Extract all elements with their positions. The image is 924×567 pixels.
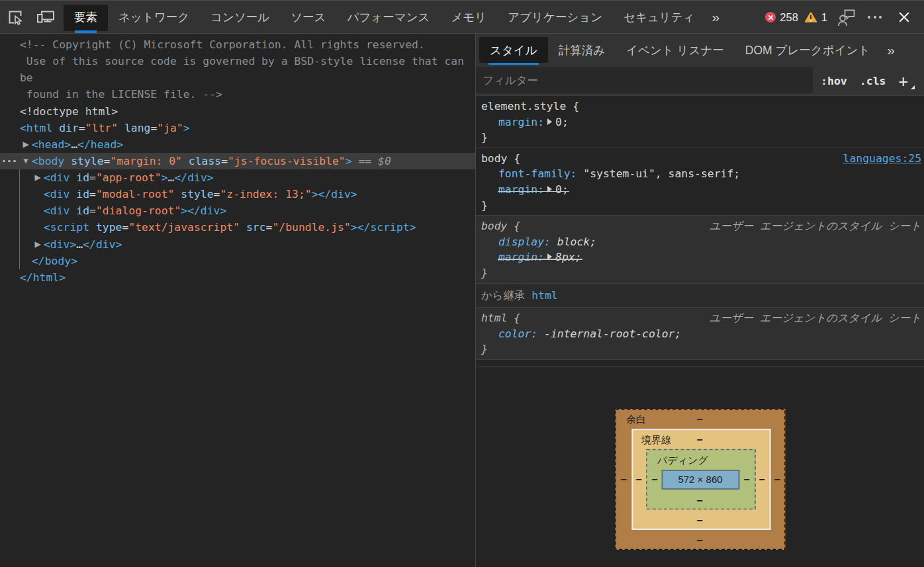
sidebar-more-tabs-button[interactable]: » [880,34,901,67]
token-tag: </div> [174,171,213,184]
sidebar-tab-3[interactable]: イベント リスナー [616,34,735,67]
tree-row[interactable]: <script type="text/javascript" src="/bun… [0,219,475,236]
css-property-value[interactable]: 0; [555,116,569,128]
css-property-value[interactable]: 8px; [555,251,581,263]
new-style-rule-button[interactable]: + [899,72,912,91]
tree-row[interactable]: ▶<head>…</head> [0,136,475,153]
panel-tab-2[interactable]: ネットワーク [108,1,200,34]
margin-right-value[interactable]: − [774,474,780,486]
css-property-value[interactable]: 0; [555,183,569,196]
warning-badge-icon[interactable] [804,12,817,23]
rule-close-brace: } [481,265,921,281]
sidebar-tab-strip: スタイル計算済みイベント リスナーDOM ブレークポイント» [476,34,924,67]
css-property[interactable]: font-family: "system-ui", sans-serif; [481,166,921,182]
rule-selector[interactable]: html { [481,310,520,326]
margin-bottom-value[interactable]: − [696,535,702,546]
row-actions-icon[interactable] [3,153,19,169]
stylesheet-link[interactable]: languages:25 [843,152,921,165]
shorthand-expander-icon[interactable] [547,118,552,125]
css-property-value[interactable]: -internal-root-color; [544,327,681,340]
padding-left-value[interactable]: − [651,474,657,486]
box-model-diagram: 572 × 860 余白 境界線 パディング − − − − − − − − −… [615,409,785,550]
tree-row[interactable]: <html dir="ltr" lang="ja"> [0,120,475,136]
token-val: "js-focus-visible" [228,155,346,167]
css-property-name[interactable]: font-family: [498,167,577,180]
more-options-icon[interactable] [868,16,882,19]
sidebar-tab-2[interactable]: 計算済み [548,34,616,67]
css-property[interactable]: margin:8px; [481,249,921,265]
border-left-value[interactable]: − [635,474,641,486]
expander-closed-icon[interactable]: ▶ [33,169,42,186]
rule-selector[interactable]: element.style { [481,99,579,114]
shorthand-expander-icon[interactable] [547,186,552,193]
warning-count[interactable]: 1 [821,11,827,24]
css-property-name[interactable]: margin: [498,116,544,128]
css-property-name[interactable]: color: [498,327,537,340]
styles-filter-input[interactable] [476,67,813,93]
panel-tab-6[interactable]: メモリ [441,1,498,34]
token-tag: <script [44,221,89,234]
content-size-label[interactable]: 572 × 860 [678,474,722,485]
tree-row[interactable]: ▶<div>…</div> [0,236,475,253]
tree-row[interactable]: <!doctype html> [0,103,475,120]
margin-top-value[interactable]: − [696,414,702,425]
sidebar-tab-1[interactable]: スタイル [479,34,548,67]
expander-open-icon[interactable]: ▼ [21,153,30,169]
css-property[interactable]: color: -internal-root-color; [481,326,921,342]
inherited-node-link[interactable]: html [531,289,557,302]
panel-tab-3[interactable]: コンソール [200,1,280,34]
token-txt: = [89,171,96,184]
border-bottom-value[interactable]: − [696,515,702,527]
element-classes-button[interactable]: .cls [860,75,886,87]
panel-tab-1[interactable]: 要素 [64,1,108,34]
css-property[interactable]: margin:0; [481,114,921,130]
close-devtools-icon[interactable] [899,12,909,22]
padding-right-value[interactable]: − [743,474,749,486]
token-txt: = [122,221,128,234]
error-badge-icon[interactable] [765,12,776,22]
border-top-value[interactable]: − [696,434,702,446]
token-val: "dialog-root" [96,204,181,217]
padding-bottom-value[interactable]: − [696,495,702,507]
css-property-value[interactable]: "system-ui", sans-serif; [583,167,740,180]
tree-row[interactable]: <div id="modal-root" style="z-index: 13;… [0,186,475,202]
border-right-value[interactable]: − [759,474,764,486]
feedback-icon[interactable] [838,9,855,26]
shorthand-expander-icon[interactable] [547,253,552,260]
expander-closed-icon[interactable]: ▶ [33,236,42,253]
inspect-element-icon[interactable] [4,4,26,30]
margin-left-value[interactable]: − [620,474,626,486]
css-property-name[interactable]: margin: [498,251,544,263]
rule-selector[interactable]: body { [481,218,520,234]
panel-tab-7[interactable]: アプリケーション [497,1,613,34]
box-model-content[interactable]: 572 × 860 [661,470,739,490]
css-property-value[interactable]: block; [557,236,596,248]
css-property-name[interactable]: margin: [498,183,544,196]
rule-selector[interactable]: body { [481,151,520,167]
panel-tab-4[interactable]: ソース [280,1,336,34]
tree-row[interactable]: </html> [0,269,475,286]
tree-row[interactable]: Use of this source code is governed by a… [0,53,475,69]
more-tabs-button[interactable]: » [706,9,727,25]
tree-row[interactable]: ▶<div id="app-root">…</div> [0,169,475,186]
tree-row[interactable]: <div id="dialog-root"></div> [0,202,475,219]
expander-closed-icon[interactable]: ▶ [21,136,30,153]
panel-tab-5[interactable]: パフォーマンス [337,1,441,34]
tree-row-selected[interactable]: ▼<body style="margin: 0" class="js-focus… [0,153,475,169]
property-name-text: color [498,327,531,340]
origin-label: ユーザー エージェントのスタイル シート [710,312,921,324]
panel-tab-8[interactable]: セキュリティ [613,1,705,34]
css-property-name[interactable]: display: [498,236,551,248]
token-tag: ></script> [351,221,416,234]
css-property[interactable]: margin:0; [481,182,921,198]
css-property[interactable]: display: block; [481,234,921,250]
tree-row[interactable]: be [0,69,475,86]
toggle-element-state-button[interactable]: :hov [821,75,847,87]
tree-row[interactable]: found in the LICENSE file. --> [0,86,475,103]
device-toolbar-icon[interactable] [34,4,57,30]
property-text: margin:0; [498,116,569,128]
sidebar-tab-4[interactable]: DOM ブレークポイント [735,34,881,67]
tree-row[interactable]: <!-- Copyright (C) Microsoft Corporation… [0,36,475,53]
tree-row[interactable]: </body> [0,253,475,269]
error-count[interactable]: 258 [780,11,798,24]
